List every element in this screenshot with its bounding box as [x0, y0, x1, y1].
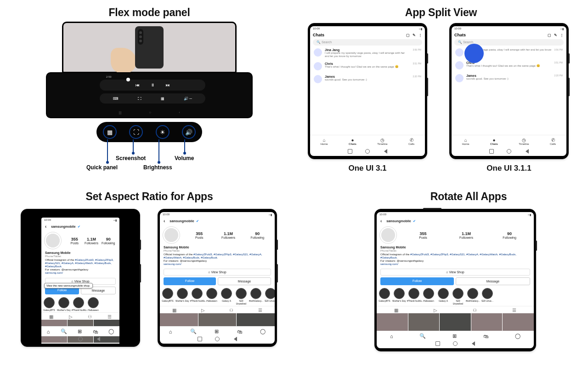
screen-oneui311[interactable]: 10:00▫▫▮ Chats ▢✎⋮ 🔍 Search my specialty… — [452, 26, 566, 156]
more-icon[interactable]: ⋮ — [560, 33, 564, 37]
highlight-item[interactable]: S20 Unve... — [481, 288, 494, 305]
highlight-item[interactable]: GalaxyBTS — [161, 288, 175, 305]
stat-followers[interactable]: 1.1MFollowers — [83, 237, 100, 245]
ig-nav-icon[interactable]: 🛍 — [483, 334, 488, 339]
tab-calls[interactable]: ✆Calls — [550, 138, 556, 145]
stat-followers[interactable]: 1.1MFollowers — [445, 231, 488, 239]
screen-oneui31[interactable]: 10:00▫▫▮ Chats ▢✎⋮ 🔍 Search Jina JangI w… — [310, 26, 425, 156]
tab-chats[interactable]: ●Chats — [349, 138, 356, 145]
compose-icon[interactable]: ✎ — [413, 33, 416, 37]
caption-icon[interactable]: ⌨ — [113, 97, 119, 101]
view-shop-button[interactable]: ⌂ View Shop — [380, 269, 530, 276]
highlight-item[interactable]: Galaxy A — [436, 288, 450, 305]
stat-posts[interactable]: 355Posts — [401, 231, 445, 239]
highlight-item[interactable]: S20 Unve... — [264, 288, 275, 305]
highlight-item[interactable]: Mother's Day — [57, 297, 71, 311]
chat-row[interactable]: Jamessounds good. See you tomorrow :)2:2… — [310, 73, 425, 86]
tab-chats[interactable]: ●Chats — [490, 138, 498, 145]
stat-posts[interactable]: 355Posts — [66, 237, 83, 245]
highlight-item[interactable]: N20 Unpacked — [451, 288, 465, 305]
more-icon[interactable]: ⋮ — [418, 33, 422, 37]
video-icon[interactable]: ▢ — [406, 33, 410, 37]
highlight-item[interactable]: Mother's Day — [392, 288, 406, 305]
message-button[interactable]: Message — [456, 277, 530, 285]
message-button[interactable]: Message — [218, 277, 271, 285]
chat-row[interactable]: Jamessounds good. See you tomorrow :)2:2… — [452, 72, 566, 85]
ig-tab-icon[interactable]: ☰ — [107, 314, 112, 319]
highlight-item[interactable]: Halloween — [205, 288, 219, 305]
highlight-item[interactable]: GalaxyBTS — [378, 288, 391, 305]
drag-indicator-icon[interactable] — [464, 44, 484, 63]
volume-icon[interactable]: 🔊 ─ — [184, 97, 192, 101]
highlight-item[interactable]: Galaxy A — [220, 288, 233, 305]
pause-icon[interactable]: ⏸ — [151, 83, 155, 87]
ig-tab-icon[interactable]: ⚇ — [473, 308, 477, 313]
profile-avatar[interactable] — [44, 232, 62, 249]
video-icon[interactable]: ▢ — [548, 33, 551, 37]
profile-avatar[interactable] — [163, 226, 180, 244]
ig-nav-icon[interactable]: ◯ — [515, 333, 520, 339]
screenshot-icon[interactable]: ⛶ — [129, 125, 143, 139]
prev-icon[interactable]: ⏮ — [136, 83, 140, 87]
profile-avatar[interactable] — [379, 226, 397, 244]
ig-tab-icon[interactable]: ▦ — [49, 314, 53, 319]
highlight-item[interactable]: #ThankYouMo... — [190, 288, 204, 305]
chat-row[interactable]: ChrisThat's what I thought too! Glad we … — [310, 60, 425, 73]
highlight-item[interactable]: Halloween — [86, 297, 100, 311]
view-shop-button[interactable]: ⌂ View Shop — [164, 269, 271, 276]
search-input[interactable]: 🔍 Search — [313, 39, 422, 46]
quick-panel-icon[interactable]: ▦ — [103, 125, 117, 139]
ig-nav-icon[interactable]: ◯ — [108, 328, 114, 334]
highlight-item[interactable]: #ThankYouMo... — [407, 288, 421, 305]
ig-tab-icon[interactable]: ☰ — [512, 308, 516, 313]
highlight-item[interactable]: #withGalaxy... — [466, 288, 480, 305]
follow-button[interactable]: Follow — [164, 277, 216, 285]
follow-button[interactable]: Follow — [380, 277, 454, 285]
ig-nav-icon[interactable]: 🛍 — [93, 329, 98, 334]
grid-icon[interactable]: ▦ — [161, 97, 164, 101]
screen-aspect-before[interactable]: 10:00▫▫▮ ‹ samsungmobile ✔355Posts1.1MFo… — [23, 212, 138, 344]
stat-followers[interactable]: 1.1MFollowers — [214, 231, 243, 239]
ig-tab-icon[interactable]: ▷ — [69, 314, 73, 319]
highlight-item[interactable]: N20 Unpacked — [234, 288, 248, 305]
highlight-item[interactable]: GalaxyBTS — [42, 297, 56, 311]
ig-nav-icon[interactable]: ⊞ — [452, 333, 457, 339]
ig-tab-icon[interactable]: ⚇ — [229, 308, 233, 313]
ig-nav-icon[interactable]: ⊞ — [215, 328, 219, 334]
ig-link[interactable]: samsung.com/ — [380, 263, 398, 265]
ig-link[interactable]: samsung.com/ — [45, 271, 63, 274]
tab-timeline[interactable]: ◷Timeline — [519, 138, 529, 145]
highlight-item[interactable]: Mother's Day — [175, 288, 189, 305]
ig-tab-icon[interactable]: ▦ — [394, 308, 398, 313]
ig-tab-icon[interactable]: ▷ — [434, 308, 437, 313]
stat-following[interactable]: 90Following — [243, 231, 272, 239]
ig-tab-icon[interactable]: ☰ — [258, 308, 262, 313]
ig-tab-icon[interactable]: ⚇ — [88, 314, 92, 319]
screen-rotate[interactable]: 10:00▫▫▮ ‹ samsungmobile ✔355Posts1.1MFo… — [377, 212, 534, 348]
stat-posts[interactable]: 355Posts — [185, 231, 214, 239]
compose-icon[interactable]: ✎ — [554, 33, 557, 37]
tab-home[interactable]: ⌂Home — [462, 138, 469, 145]
ig-nav-icon[interactable]: 🔍 — [419, 333, 426, 339]
volume-ctl-icon[interactable]: 🔊 — [182, 125, 196, 139]
highlight-item[interactable]: Halloween — [422, 288, 435, 305]
next-icon[interactable]: ⏭ — [166, 83, 170, 87]
stat-following[interactable]: 90Following — [100, 237, 117, 245]
pip-icon[interactable]: ⛶ — [138, 97, 141, 101]
tab-home[interactable]: ⌂Home — [321, 138, 328, 145]
ig-nav-icon[interactable]: ⊞ — [78, 328, 82, 334]
stat-following[interactable]: 90Following — [488, 231, 531, 239]
ig-tab-icon[interactable]: ▦ — [172, 308, 176, 313]
tab-calls[interactable]: ✆Calls — [408, 138, 414, 145]
ig-nav-icon[interactable]: ⌂ — [390, 334, 393, 339]
ig-nav-icon[interactable]: ⌂ — [47, 329, 50, 334]
ig-link[interactable]: samsung.com/ — [164, 263, 181, 265]
tab-timeline[interactable]: ◷Timeline — [377, 138, 387, 145]
ig-nav-icon[interactable]: ◯ — [260, 328, 266, 334]
ig-nav-icon[interactable]: 🛍 — [237, 329, 242, 334]
ig-tab-icon[interactable]: ▷ — [201, 308, 205, 313]
ig-nav-icon[interactable]: ⌂ — [169, 329, 172, 334]
brightness-icon[interactable]: ☀ — [156, 125, 170, 139]
ig-nav-icon[interactable]: 🔍 — [190, 328, 197, 334]
chat-row[interactable]: Jina JangI will prepare my specialty veg… — [310, 46, 425, 60]
